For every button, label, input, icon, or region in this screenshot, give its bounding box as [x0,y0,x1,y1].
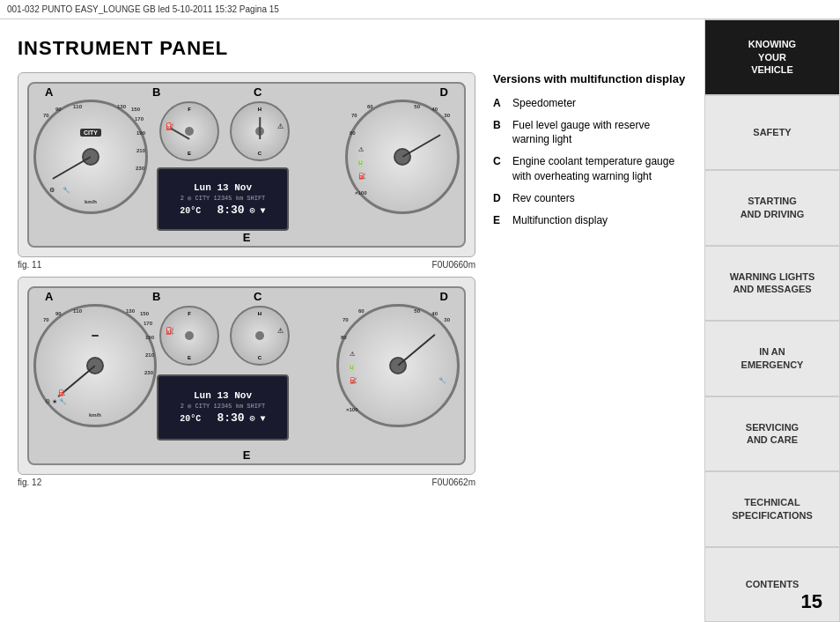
label-c-fig12: C [254,290,262,303]
figure-12-box: A B C D km/h 70 90 110 [18,277,475,475]
label-d-fig12: D [440,290,448,303]
page-title: INSTRUMENT PANEL [18,37,687,60]
label-e-fig12: E [243,448,251,462]
item-desc: Fuel level gauge with reserve warning li… [512,118,687,148]
label-b-fig12: B [152,290,160,303]
figure-11-box: A B C D CITY km/h [18,72,475,257]
diagrams-column: A B C D CITY km/h [18,72,475,494]
list-item: D Rev counters [493,191,687,206]
coolant-gauge: H C ⚠ [230,101,290,161]
page-number: 15 [801,590,822,613]
descriptions-column: Versions with multifunction display A Sp… [493,72,687,494]
sidebar-item-safety[interactable]: SAFETY [704,95,840,171]
item-desc: Multifunction display [512,213,608,228]
rev-counter-gauge: 30 40 50 60 70 80 ×100 ⚠ [345,100,460,214]
item-desc: Rev counters [512,191,575,206]
figure-11-wrapper: A B C D CITY km/h [18,72,475,270]
item-letter: C [493,154,505,184]
sidebar: KNOWING YOUR VEHICLE SAFETY STARTING AND… [704,19,840,622]
list-item: A Speedometer [493,96,687,111]
sidebar-item-warning[interactable]: WARNING LIGHTS AND MESSAGES [704,246,840,322]
main-content: INSTRUMENT PANEL A B C [0,19,704,622]
header-text: 001-032 PUNTO EASY_LOUNGE GB led 5-10-20… [7,4,279,14]
item-letter: A [493,96,505,111]
fig-12-label: fig. 12 F0U0662m [18,478,475,487]
sidebar-item-servicing[interactable]: SERVICING AND CARE [704,396,840,472]
label-c-fig11: C [254,85,262,99]
speedometer-gauge: CITY km/h 70 90 110 130 150 170 190 210 [33,100,148,214]
figure-12-wrapper: A B C D km/h 70 90 110 [18,277,475,487]
sidebar-item-technical[interactable]: TECHNICAL SPECIFICATIONS [704,471,840,547]
label-a-fig12: A [45,290,53,303]
label-b-fig11: B [152,85,160,99]
item-desc: Speedometer [512,96,576,111]
header-bar: 001-032 PUNTO EASY_LOUNGE GB led 5-10-20… [0,0,840,19]
center-display-fig12: Lun 13 Nov 2 ◎ CITY 12345 km SHIFT 20°C … [157,374,289,441]
fig-11-label: fig. 11 F0U0660m [18,260,475,270]
list-item: B Fuel level gauge with reserve warning … [493,118,687,148]
list-item: C Engine coolant temperature gauge with … [493,154,687,184]
coolant-gauge-2: H C ⚠ [230,306,290,366]
diagrams-area: A B C D CITY km/h [18,72,687,494]
label-e-fig11: E [243,231,251,244]
fuel-gauge: F E ⛽ [159,101,219,161]
item-letter: B [493,118,505,148]
sidebar-item-emergency[interactable]: IN AN EMERGENCY [704,321,840,396]
center-display-fig11: Lun 13 Nov 2 ◎ CITY 12345 km SHIFT 20°C … [157,167,289,231]
item-desc: Engine coolant temperature gauge with ov… [512,154,687,184]
speedometer-gauge-2: km/h 70 90 110 130 150 170 190 210 230 [33,304,157,427]
item-letter: E [493,213,505,228]
sidebar-item-knowing[interactable]: KNOWING YOUR VEHICLE [704,19,840,95]
description-list: A Speedometer B Fuel level gauge with re… [493,96,687,228]
item-letter: D [493,191,505,206]
label-d-fig11: D [440,85,448,99]
list-item: E Multifunction display [493,213,687,228]
fuel-gauge-2: F E ⛽ [159,306,219,366]
rev-counter-gauge-2: 30 40 50 60 70 80 ×100 ⚠ 🔋 ⛽ [336,304,460,427]
versions-title: Versions with multifunction display [493,72,687,87]
sidebar-item-starting[interactable]: STARTING AND DRIVING [704,170,840,246]
label-a-fig11: A [45,85,53,99]
